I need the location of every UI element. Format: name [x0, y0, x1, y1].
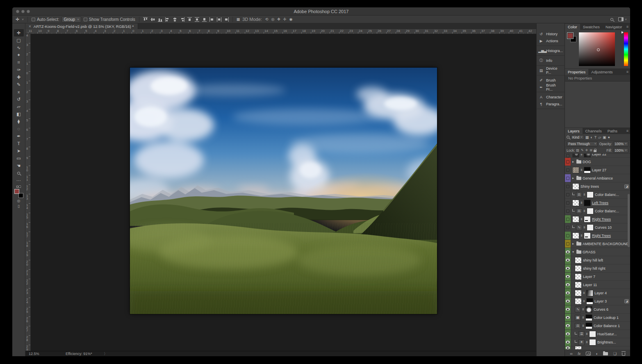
layer-row-layer-7[interactable]: Layer 7	[565, 273, 630, 281]
minimize-window-button[interactable]	[21, 10, 25, 13]
canvas-pasteboard[interactable]	[31, 34, 536, 351]
align-left-edges-icon[interactable]	[165, 17, 170, 22]
zoom-window-button[interactable]	[27, 10, 30, 13]
brush-tool[interactable]: ✎	[14, 81, 24, 88]
layer-row[interactable]	[565, 346, 630, 350]
eyedropper-tool[interactable]: ✑	[14, 66, 24, 73]
align-top-edges-icon[interactable]	[143, 17, 148, 22]
lock-artboard-icon[interactable]: ⊞	[590, 148, 592, 152]
fill-field[interactable]: 100% ˅	[613, 148, 628, 153]
foreground-color-swatch[interactable]	[14, 189, 19, 194]
layer-row-left-trees[interactable]: 8Left Trees	[565, 199, 630, 207]
filter-shape-layers-icon[interactable]: ▱	[598, 135, 601, 139]
visibility-toggle[interactable]	[565, 273, 571, 280]
layer-row-ambiente-background[interactable]: ▸AMBIENTE BACKGROUND	[565, 240, 630, 248]
layer-row-color-lookup-1[interactable]: ▦8Color Lookup 1	[565, 314, 630, 322]
color-cursor-icon[interactable]	[597, 48, 600, 51]
expand-chevron-icon[interactable]: ▸	[572, 160, 575, 164]
visibility-toggle[interactable]	[565, 248, 571, 256]
auto-select-checkbox[interactable]: Auto-Select:	[32, 17, 59, 22]
layer-row-layer-3[interactable]: 8Layer 3◪	[565, 297, 630, 305]
filter-adjustment-layers-icon[interactable]: ◐	[590, 135, 592, 139]
visibility-toggle[interactable]	[565, 256, 571, 264]
blend-mode-dropdown[interactable]: Pass Through ˅	[567, 141, 598, 146]
layer-thumbnail[interactable]	[572, 154, 579, 157]
align-horizontal-centers-icon[interactable]	[173, 17, 177, 22]
visibility-toggle[interactable]	[565, 289, 571, 297]
color-tab-color[interactable]: Color	[565, 24, 580, 30]
workspace-switcher[interactable]: ˅	[618, 17, 627, 21]
layer-row-shiny-hill-right[interactable]: shiny hill right	[565, 264, 630, 273]
pen-tool[interactable]: ✒	[14, 132, 24, 140]
layer-mask-thumbnail[interactable]	[584, 232, 591, 239]
visibility-toggle[interactable]	[565, 264, 571, 272]
layer-row-dog[interactable]: ▸DOG	[565, 158, 630, 166]
layer-row-grass[interactable]: ▾GRASS	[565, 248, 630, 256]
layer-thumbnail[interactable]	[575, 298, 582, 305]
layer-row-layer-22[interactable]: 8Layer 22	[565, 154, 630, 158]
visibility-toggle[interactable]	[565, 314, 571, 321]
delete-layer-icon[interactable]	[622, 352, 625, 356]
properties-tab-properties[interactable]: Properties	[565, 69, 588, 75]
filter-smart-objects-icon[interactable]: ▣	[603, 135, 606, 139]
visibility-toggle[interactable]	[565, 191, 571, 198]
layer-thumbnail[interactable]	[575, 257, 582, 264]
layer-mask-thumbnail[interactable]	[589, 331, 596, 337]
layer-thumbnail[interactable]	[572, 216, 579, 223]
visibility-toggle[interactable]	[565, 330, 571, 338]
layer-thumbnail[interactable]	[575, 290, 582, 296]
visibility-toggle[interactable]	[565, 215, 571, 223]
layer-mask-thumbnail[interactable]	[586, 290, 593, 296]
layers-panel-menu-icon[interactable]: ≡	[626, 129, 628, 133]
layer-row-general-ambiance[interactable]: ▸General Ambiance	[565, 174, 630, 182]
hand-tool[interactable]: ☚	[14, 162, 24, 169]
lasso-tool[interactable]: ∿	[14, 44, 24, 51]
distribute-spacing-icon[interactable]: ▦	[237, 17, 240, 21]
expand-chevron-icon[interactable]: ▸	[572, 176, 575, 180]
type-tool[interactable]: T	[14, 140, 24, 147]
properties-tab-adjustments[interactable]: Adjustments	[588, 69, 615, 75]
lock-image-icon[interactable]: ✎	[581, 148, 584, 152]
healing-brush-tool[interactable]: ✚	[14, 73, 24, 81]
color-swatches[interactable]	[567, 33, 577, 43]
dock-item-actions[interactable]: ▶Actions	[537, 37, 565, 44]
show-transform-checkbox[interactable]: Show Transform Controls	[84, 17, 135, 22]
visibility-toggle[interactable]	[565, 158, 571, 166]
layer-row-right-trees[interactable]: 8Right Trees	[565, 215, 630, 223]
layer-thumbnail[interactable]	[575, 265, 582, 272]
layer-row-layer-4[interactable]: 8Layer 4	[565, 289, 630, 297]
layer-mask-thumbnail[interactable]	[585, 306, 592, 313]
layers-tab-layers[interactable]: Layers	[565, 128, 583, 134]
layer-row-color-balanc-[interactable]: ⚖8Color Balanc...	[565, 191, 630, 199]
default-swap-colors-icon[interactable]	[16, 186, 21, 188]
marquee-tool[interactable]: ▢	[14, 36, 24, 44]
dock-item-character[interactable]: ACharacter	[537, 93, 565, 100]
layer-mask-thumbnail[interactable]	[584, 200, 591, 206]
visibility-toggle[interactable]	[565, 322, 571, 330]
dock-item-paragra-[interactable]: ¶Paragra...	[537, 100, 565, 107]
layer-row-layer-27[interactable]: 8Layer 27	[565, 166, 630, 174]
layer-row-color-balanc-[interactable]: ⚖8Color Balanc...	[565, 207, 630, 215]
visibility-toggle[interactable]	[565, 305, 571, 313]
lock-transparency-icon[interactable]: ▨	[576, 148, 579, 152]
distribute-top-edges-icon[interactable]	[187, 17, 192, 22]
dock-item-brush-pr-[interactable]: ✒Brush Pr...	[537, 84, 565, 91]
dock-item-histogra-[interactable]: ▂▅▃Histogra...	[537, 47, 565, 54]
visibility-toggle[interactable]	[565, 166, 571, 174]
layers-scrollbar[interactable]	[628, 194, 630, 247]
link-layers-icon[interactable]: ∞	[570, 352, 572, 356]
close-window-button[interactable]	[16, 10, 19, 13]
dock-item-info[interactable]: ⓘInfo	[537, 57, 565, 64]
visibility-toggle[interactable]	[565, 297, 571, 305]
visibility-toggle[interactable]	[565, 346, 571, 349]
align-vertical-centers-icon[interactable]	[150, 17, 155, 22]
dock-item-brush[interactable]: ✐Brush	[537, 77, 565, 84]
layer-mask-thumbnail[interactable]	[585, 314, 592, 321]
distribute-bottom-edges-icon[interactable]	[202, 17, 207, 22]
layer-row-brightnes-[interactable]: ☀8Brightnes...	[565, 338, 630, 346]
color-panel-menu-icon[interactable]: ≡	[626, 25, 628, 29]
visibility-toggle[interactable]	[565, 281, 571, 289]
3d-orbit-icon[interactable]: ⟲	[265, 17, 269, 21]
properties-panel-menu-icon[interactable]: ≡	[626, 70, 628, 74]
lock-all-icon[interactable]	[594, 150, 596, 152]
